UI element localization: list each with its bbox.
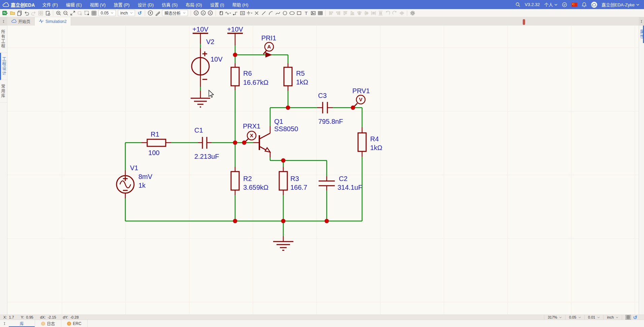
ground-symbol-bottom[interactable] [273,242,293,250]
paste-button[interactable] [44,9,51,17]
place-wire-button[interactable] [232,9,239,17]
menu-place[interactable]: 放置 (P) [110,0,134,9]
marquee-select-button[interactable] [83,9,90,17]
place-component-button[interactable] [218,9,225,17]
settings-gear-button[interactable] [409,9,416,17]
unit-status-dropdown[interactable]: inch [603,315,622,320]
component-C2[interactable]: C2 314.1uF [319,175,362,191]
right-pin-icon[interactable] [639,17,644,26]
open-folder-button[interactable] [9,9,16,17]
align-top-button[interactable] [342,9,349,17]
component-R2[interactable]: R2 3.659kΩ [231,172,268,191]
account-menu[interactable]: 个人 [544,1,557,8]
rotate-counterclockwise-button[interactable] [384,9,391,17]
component-C3[interactable]: C3 795.8nF [318,92,343,125]
probe-PRX1[interactable]: PRX1 X [243,122,260,142]
align-left-button[interactable] [327,9,334,17]
component-R3[interactable]: R3 166.7 [279,172,307,191]
menu-view[interactable]: 视图 (V) [86,0,110,9]
insert-table-button[interactable] [317,9,324,17]
probe-PRI1-current[interactable]: PRI1 A [261,34,276,58]
language-flag-icon[interactable] [572,3,577,7]
place-netlabel-button[interactable]: N [239,9,246,17]
copy-document-button[interactable] [16,9,23,17]
sidebar-item-project-design[interactable]: 工程设计 [0,53,7,80]
undo-button[interactable] [23,9,30,17]
menu-settings[interactable]: 设置 (I) [206,0,228,9]
draw-ellipse-button[interactable] [288,9,295,17]
probe-PRV1-voltage[interactable]: PRV1 V [352,87,370,107]
probe-pen-button[interactable] [154,9,161,17]
zoom-region-button[interactable] [76,9,83,17]
canvas-reset-status-icon[interactable]: ↺ [633,315,637,320]
place-ground-button[interactable] [246,9,253,17]
distribute-horizontal-button[interactable] [370,9,377,17]
sidebar-item-common-library[interactable]: 常用库 [0,80,7,103]
menu-simulation[interactable]: 仿真 (S) [158,0,182,9]
insert-image-button[interactable] [310,9,317,17]
component-V1-signal-source[interactable]: V1 8mV 1k [117,164,153,193]
bottom-tab-log[interactable]: ! 日志 [35,320,61,327]
unit-dropdown[interactable]: inch [118,10,135,16]
zoom-level-dropdown[interactable]: 317% [544,315,565,320]
mirror-horizontal-button[interactable] [398,9,405,17]
schematic-canvas[interactable]: +10V +10V V2 10V R6 16.67kΩ R5 1kΩ R4 1k… [7,26,639,315]
power-flag-10v-right[interactable]: +10V [227,26,243,33]
bottom-tab-erc[interactable]: ! ERC [61,320,88,327]
voltage-probe-button[interactable]: V [193,9,200,17]
align-horizontal-center-button[interactable] [356,9,363,17]
menu-design[interactable]: 设计 (D) [134,0,158,9]
tab-simulation2[interactable]: Simulation2 [35,17,71,26]
component-Q1-transistor[interactable]: Q1 SS8050 [259,118,298,152]
align-right-button[interactable] [334,9,342,17]
power-flag-10v-left[interactable]: +10V [192,26,208,33]
tab-start-page[interactable]: 开始页 [7,17,35,26]
grid-size-status-dropdown[interactable]: 0.05 [565,315,584,320]
draw-text-button[interactable]: T [302,9,310,17]
snap-size-dropdown[interactable]: 0.01 [584,315,603,320]
grid-toggle-button[interactable] [90,9,97,17]
draw-bezier-button[interactable] [274,9,281,17]
no-connect-button[interactable] [253,9,260,17]
component-R1[interactable]: R1 100 [147,131,166,156]
menu-file[interactable]: 文件 (F) [38,0,62,9]
draw-line-button[interactable] [260,9,267,17]
grid-size-dropdown[interactable]: 0.05 [98,10,116,16]
app-schematic-icon[interactable] [2,9,9,17]
zoom-fit-button[interactable] [69,9,76,17]
sidebar-item-all-projects[interactable]: 所有工程 [0,26,7,53]
selection-grid-button[interactable] [37,9,44,17]
left-pin-icon[interactable] [0,17,7,26]
redo-button[interactable] [30,9,37,17]
app-logo[interactable]: 嘉立创EDA [0,1,38,8]
component-R4[interactable]: R4 1kΩ [358,133,382,151]
draw-circle-button[interactable] [281,9,288,17]
menu-edit[interactable]: 编辑 (E) [62,0,86,9]
search-icon[interactable] [515,2,520,7]
component-C1[interactable]: C1 2.213uF [194,126,219,160]
distribute-vertical-button[interactable] [377,9,384,17]
cloud-sync-icon[interactable] [562,2,567,7]
draw-arc-button[interactable] [267,9,274,17]
draw-rect-button[interactable] [295,9,302,17]
zoom-out-button[interactable] [62,9,69,17]
bottom-pin-icon[interactable] [0,320,9,327]
current-probe-button[interactable]: A [200,9,207,17]
run-simulation-button[interactable] [147,9,154,17]
place-source-button[interactable] [225,9,232,17]
zoom-in-button[interactable] [55,9,62,17]
scrollbar-thumb[interactable] [523,19,525,25]
ground-symbol-top[interactable] [191,98,210,107]
menu-layout[interactable]: 布局 (O) [182,0,206,9]
sidebar-item-properties[interactable]: 属性 [639,26,644,43]
canvas-reset-icon[interactable]: ↺ [136,9,143,17]
general-probe-button[interactable]: X [207,9,214,17]
notifications-bell-icon[interactable] [582,2,587,7]
component-R5[interactable]: R5 1kΩ [284,67,308,86]
analysis-type-dropdown[interactable]: 瞬态分析 [162,10,188,16]
user-menu[interactable]: 嘉立创EDA-Zyke [602,1,639,8]
component-R6[interactable]: R6 16.67kΩ [231,67,268,86]
align-vertical-center-button[interactable] [363,9,370,17]
component-V2-voltage-source[interactable]: V2 10V [192,38,223,79]
bottom-tab-library[interactable]: 库 [9,320,35,327]
